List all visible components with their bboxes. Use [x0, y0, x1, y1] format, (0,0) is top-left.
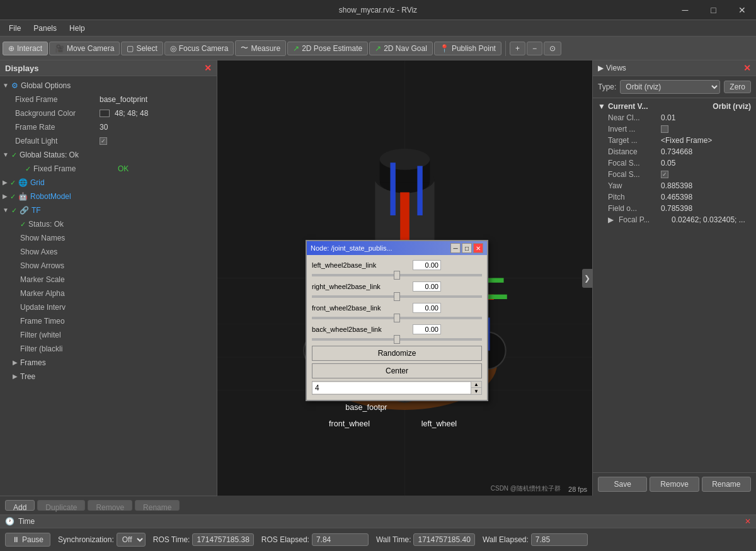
minimize-button[interactable]: ─ [671, 0, 699, 20]
move-camera-button[interactable]: 🎥 Move Camera [49, 42, 120, 55]
joint-name-3: front_wheel2base_link [312, 304, 413, 312]
joint-slider-4[interactable] [312, 338, 482, 341]
toolbar-remove-button[interactable]: − [527, 42, 542, 55]
toolbar-settings-button[interactable]: ⊙ [544, 42, 561, 55]
displays-close-button[interactable]: ✕ [204, 63, 212, 73]
focal-s2-checkbox[interactable]: ✓ [661, 171, 668, 178]
spinner-up-button[interactable]: ▲ [471, 382, 481, 388]
add-display-button[interactable]: Add [5, 500, 35, 511]
bottom-bar: Add Duplicate Remove Rename [0, 496, 756, 514]
focal-point-expand-icon: ▶ [608, 215, 614, 224]
target-value: <Fixed Frame> [661, 136, 712, 145]
show-arrows-row: Show Arrows [0, 259, 217, 273]
pause-button[interactable]: ⏸ Pause [5, 533, 50, 547]
2d-pose-button[interactable]: ↗ 2D Pose Estimate [287, 42, 368, 55]
views-zero-button[interactable]: Zero [724, 81, 751, 93]
frame-timeout-row: Frame Timeo [0, 314, 217, 328]
grid-check-icon: ✓ [10, 177, 16, 188]
tf-item[interactable]: ▼ ✓ 🔗 TF [0, 203, 217, 217]
select-button[interactable]: ▢ Select [121, 42, 163, 55]
default-light-checkbox[interactable]: ✓ [100, 137, 107, 145]
3d-viewport[interactable]: support pan... rig... base_link back whe… [217, 60, 592, 496]
menu-panels[interactable]: Panels [27, 23, 63, 34]
focal-s1-label: Focal S... [608, 159, 658, 168]
watermark-text: CSDN @随机惯性粒子群 [491, 484, 561, 493]
menu-help[interactable]: Help [63, 23, 91, 34]
joint-value-4[interactable] [413, 324, 441, 334]
joint-slider-1[interactable] [312, 274, 482, 276]
views-remove-button[interactable]: Remove [650, 477, 699, 492]
remove-display-button[interactable]: Remove [88, 500, 132, 511]
2d-nav-button[interactable]: ↗ 2D Nav Goal [369, 42, 433, 55]
publish-point-button[interactable]: 📍 Publish Point [434, 42, 501, 55]
joint-value-3[interactable] [413, 303, 441, 313]
views-type-select[interactable]: Orbit (rviz) [620, 80, 720, 94]
joint-thumb-3[interactable] [394, 314, 400, 322]
tree-item[interactable]: ▶ Tree [0, 370, 217, 383]
joint-value-1[interactable] [413, 260, 441, 270]
focus-camera-button[interactable]: ◎ Focus Camera [164, 42, 234, 55]
global-status-item[interactable]: ▼ ✓ Global Status: Ok [0, 148, 217, 162]
duplicate-display-button[interactable]: Duplicate [37, 500, 85, 511]
time-bar-title: Time [18, 517, 35, 526]
frame-timeout-label: Frame Timeo [20, 315, 65, 327]
joint-slider-3[interactable] [312, 317, 482, 319]
background-color-swatch[interactable] [100, 110, 110, 117]
wall-elapsed-value: 7.85 [531, 533, 588, 546]
joint-row-3: front_wheel2base_link [312, 303, 482, 313]
views-type-row: Type: Orbit (rviz) Zero [593, 76, 756, 98]
measure-icon: 〜 [241, 43, 248, 54]
views-close-button[interactable]: ✕ [743, 63, 751, 73]
dialog-minimize-button[interactable]: ─ [450, 243, 461, 253]
2d-nav-icon: ↗ [375, 44, 381, 53]
joint-thumb-1[interactable] [394, 271, 400, 280]
measure-button[interactable]: 〜 Measure [235, 40, 286, 56]
menu-bar: File Panels Help [0, 20, 756, 37]
invert-checkbox[interactable] [661, 125, 668, 133]
joint-thumb-4[interactable] [394, 335, 400, 344]
global-options-item[interactable]: ▼ ⚙ Global Options [0, 79, 217, 93]
2d-pose-icon: ↗ [293, 44, 299, 53]
sync-select[interactable]: Off [117, 533, 146, 547]
background-color-value: 48; 48; 48 [115, 108, 148, 119]
status-ok-icon: ✓ [11, 149, 17, 161]
toolbar-add-button[interactable]: + [510, 42, 525, 55]
joint-slider-row-3[interactable] [312, 317, 482, 319]
views-save-button[interactable]: Save [598, 477, 647, 492]
viewport-expand-arrow[interactable]: ❯ [582, 269, 592, 288]
joint-name-1: left_wheel2base_link [312, 261, 413, 269]
views-bottom-buttons: Save Remove Rename [593, 472, 756, 496]
dialog-number-input[interactable] [312, 382, 471, 394]
joint-slider-row-2[interactable] [312, 295, 482, 298]
joint-state-dialog: Node: /joint_state_publis... ─ □ ✕ left_… [306, 240, 488, 401]
rename-display-button[interactable]: Rename [135, 500, 180, 511]
time-close-button[interactable]: ✕ [745, 517, 751, 526]
displays-panel: Displays ✕ ▼ ⚙ Global Options Fixed Fram… [0, 60, 217, 496]
spinner-down-button[interactable]: ▼ [471, 388, 481, 394]
menu-file[interactable]: File [3, 23, 27, 34]
move-camera-icon: 🎥 [55, 44, 64, 53]
joint-value-2[interactable] [413, 281, 441, 292]
filter-blacklist-row: Filter (blackli [0, 342, 217, 356]
dialog-maximize-button[interactable]: □ [462, 243, 472, 253]
robot-model-item[interactable]: ▶ ✓ 🤖 RobotModel [0, 190, 217, 203]
interact-button[interactable]: ⊕ Interact [3, 42, 48, 55]
distance-value: 0.734668 [661, 147, 692, 156]
pitch-value: 0.465398 [661, 193, 692, 202]
frames-item[interactable]: ▶ Frames [0, 356, 217, 370]
joint-slider-row-1[interactable] [312, 274, 482, 276]
joint-slider-row-4[interactable] [312, 338, 482, 341]
joint-slider-2[interactable] [312, 295, 482, 298]
joint-thumb-2[interactable] [394, 292, 400, 301]
tree-label: Tree [20, 371, 35, 382]
views-rename-button[interactable]: Rename [702, 477, 751, 492]
center-button[interactable]: Center [312, 363, 482, 378]
close-button[interactable]: ✕ [728, 0, 756, 20]
show-names-row: Show Names [0, 231, 217, 245]
randomize-button[interactable]: Randomize [312, 346, 482, 361]
yaw-value: 0.885398 [661, 181, 692, 190]
grid-item[interactable]: ▶ ✓ 🌐 Grid [0, 176, 217, 190]
dialog-close-button[interactable]: ✕ [473, 243, 483, 253]
pitch-row: Pitch 0.465398 [593, 191, 756, 203]
maximize-button[interactable]: □ [699, 0, 728, 20]
